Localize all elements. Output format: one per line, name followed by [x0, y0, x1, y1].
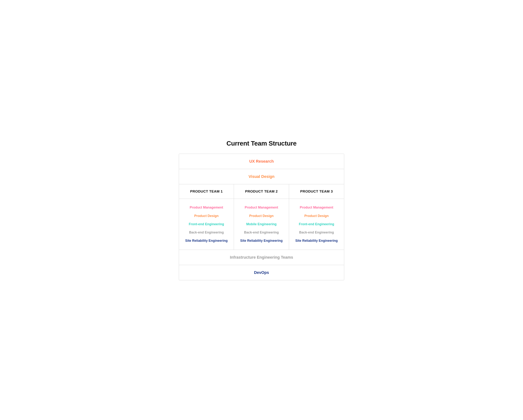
team2-site-reliability: Site Reliability Engineering	[240, 239, 283, 243]
team1-site-reliability: Site Reliability Engineering	[185, 239, 228, 243]
team1-backend-engineering: Back-end Engineering	[189, 230, 224, 235]
team1-product-design: Product Design	[194, 214, 219, 218]
ux-research-row: UX Research	[179, 154, 344, 169]
product-team-2-label: PRODUCT TEAM 2	[245, 190, 278, 193]
page-title: Current Team Structure	[179, 140, 344, 147]
team3-backend-engineering: Back-end Engineering	[299, 230, 334, 235]
team2-product-design: Product Design	[249, 214, 273, 218]
ux-research-label: UX Research	[249, 159, 274, 164]
visual-design-row: Visual Design	[179, 169, 344, 184]
product-team-1-label: PRODUCT TEAM 1	[190, 190, 223, 193]
team1-product-management: Product Management	[190, 206, 223, 210]
team2-backend-engineering: Back-end Engineering	[244, 230, 279, 235]
product-team-1-header: PRODUCT TEAM 1	[179, 184, 234, 199]
devops-row: DevOps	[179, 265, 344, 280]
page-container: Current Team Structure UX Research Visua…	[179, 140, 344, 280]
team3-frontend-engineering: Front-end Engineering	[299, 222, 334, 226]
product-team-2-header: PRODUCT TEAM 2	[234, 184, 289, 199]
product-team-headers: PRODUCT TEAM 1 PRODUCT TEAM 2 PRODUCT TE…	[179, 184, 344, 199]
team3-product-design: Product Design	[304, 214, 329, 218]
visual-design-label: Visual Design	[248, 174, 274, 179]
product-team-3-header: PRODUCT TEAM 3	[289, 184, 344, 199]
org-chart: UX Research Visual Design PRODUCT TEAM 1…	[179, 154, 344, 280]
product-team-3-label: PRODUCT TEAM 3	[300, 190, 333, 193]
team3-site-reliability: Site Reliability Engineering	[295, 239, 338, 243]
product-teams-content: Product Management Product Design Front-…	[179, 199, 344, 250]
team2-mobile-engineering: Mobile Engineering	[246, 222, 277, 226]
product-team-2-content: Product Management Product Design Mobile…	[234, 199, 289, 249]
product-team-1-content: Product Management Product Design Front-…	[179, 199, 234, 249]
product-team-3-content: Product Management Product Design Front-…	[289, 199, 344, 249]
devops-label: DevOps	[254, 270, 269, 275]
infra-label: Infrastructure Engineering Teams	[230, 255, 293, 260]
team1-frontend-engineering: Front-end Engineering	[189, 222, 224, 226]
team3-product-management: Product Management	[300, 206, 333, 210]
infra-row: Infrastructure Engineering Teams	[179, 250, 344, 265]
team2-product-management: Product Management	[245, 206, 278, 210]
